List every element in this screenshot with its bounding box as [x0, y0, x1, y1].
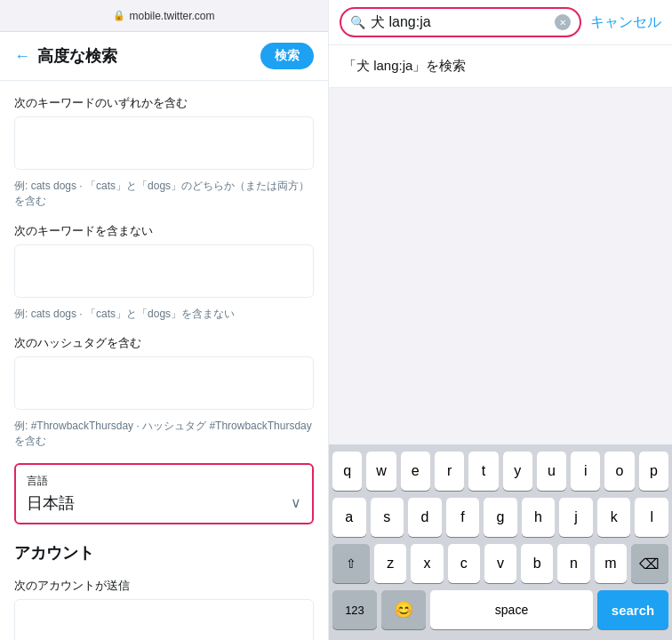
right-panel: 🔍 ✕ キャンセル 「犬 lang:ja」を検索 q w e r t y u i…: [329, 0, 672, 640]
space-key[interactable]: space: [430, 590, 593, 629]
hashtag-label: 次のハッシュタグを含む: [14, 335, 314, 351]
page-title: 高度な検索: [37, 45, 117, 67]
lock-icon: 🔒: [113, 10, 125, 21]
chevron-down-icon: ∨: [291, 494, 301, 511]
search-icon: 🔍: [350, 15, 365, 29]
account-from-input[interactable]: [14, 599, 314, 640]
url-text: mobile.twitter.com: [129, 10, 214, 22]
key-k[interactable]: k: [597, 498, 631, 537]
key-e[interactable]: e: [401, 452, 430, 491]
key-c[interactable]: c: [448, 544, 480, 583]
delete-key[interactable]: ⌫: [631, 544, 668, 583]
shift-key[interactable]: ⇧: [332, 544, 370, 583]
search-input[interactable]: [371, 14, 549, 30]
keyword-any-label: 次のキーワードのいずれかを含む: [14, 95, 314, 111]
language-select-row: 日本語 ∨: [27, 492, 301, 514]
header-left: ← 高度な検索: [14, 45, 117, 67]
key-r[interactable]: r: [435, 452, 464, 491]
key-p[interactable]: p: [639, 452, 668, 491]
key-t[interactable]: t: [468, 452, 498, 491]
keyword-any-input[interactable]: [14, 116, 314, 170]
search-submit-button[interactable]: 検索: [260, 43, 314, 69]
search-input-box[interactable]: 🔍 ✕: [340, 7, 581, 37]
keyboard-row-3: ⇧ z x c v b n m ⌫: [332, 544, 668, 583]
keyword-any-section: 次のキーワードのいずれかを含む 例: cats dogs · 「cats」と「d…: [14, 95, 314, 209]
numbers-key[interactable]: 123: [332, 590, 377, 629]
key-b[interactable]: b: [521, 544, 553, 583]
keyboard-area: q w e r t y u i o p a s d f g h j k l ⇧ …: [329, 444, 672, 640]
key-l[interactable]: l: [635, 498, 668, 537]
keyboard-row-4: 123 😊 space search: [332, 590, 668, 629]
language-label: 言語: [27, 474, 301, 489]
key-z[interactable]: z: [374, 544, 406, 583]
search-bar-area: 🔍 ✕ キャンセル: [329, 0, 672, 45]
hashtag-input[interactable]: [14, 356, 314, 410]
key-y[interactable]: y: [503, 452, 532, 491]
page-header: ← 高度な検索 検索: [0, 32, 328, 81]
language-value: 日本語: [27, 492, 75, 514]
key-u[interactable]: u: [537, 452, 566, 491]
cancel-button[interactable]: キャンセル: [590, 13, 661, 32]
keyword-any-hint: 例: cats dogs · 「cats」と「dogs」のどちらか（または両方）…: [14, 179, 314, 209]
content-area: 次のキーワードのいずれかを含む 例: cats dogs · 「cats」と「d…: [0, 81, 328, 640]
right-content: [329, 88, 672, 444]
clear-button[interactable]: ✕: [555, 14, 571, 30]
key-q[interactable]: q: [332, 452, 362, 491]
search-key[interactable]: search: [597, 590, 668, 629]
keyword-exclude-hint: 例: cats dogs · 「cats」と「dogs」を含まない: [14, 307, 314, 322]
key-o[interactable]: o: [604, 452, 634, 491]
hashtag-hint: 例: #ThrowbackThursday · ハッシュタグ #Throwbac…: [14, 419, 314, 449]
key-w[interactable]: w: [366, 452, 396, 491]
key-i[interactable]: i: [571, 452, 600, 491]
key-x[interactable]: x: [411, 544, 443, 583]
language-section[interactable]: 言語 日本語 ∨: [14, 463, 314, 524]
key-n[interactable]: n: [557, 544, 589, 583]
back-button[interactable]: ←: [14, 47, 30, 66]
key-v[interactable]: v: [484, 544, 516, 583]
key-d[interactable]: d: [408, 498, 442, 537]
keyboard-row-2: a s d f g h j k l: [332, 498, 668, 537]
key-j[interactable]: j: [559, 498, 593, 537]
key-f[interactable]: f: [446, 498, 480, 537]
key-a[interactable]: a: [332, 498, 366, 537]
keyword-exclude-label: 次のキーワードを含まない: [14, 223, 314, 239]
key-m[interactable]: m: [595, 544, 627, 583]
account-from-label: 次のアカウントが送信: [14, 578, 314, 594]
keyword-exclude-section: 次のキーワードを含まない 例: cats dogs · 「cats」と「dogs…: [14, 223, 314, 322]
emoji-key[interactable]: 😊: [381, 590, 426, 629]
keyword-exclude-input[interactable]: [14, 244, 314, 298]
search-suggestion[interactable]: 「犬 lang:ja」を検索: [329, 45, 672, 88]
account-section-title: アカウント: [14, 542, 314, 564]
browser-url: 🔒 mobile.twitter.com: [113, 10, 214, 22]
account-from-section: 次のアカウントが送信 例: @Twitter · @Twitterが送信: [14, 578, 314, 640]
browser-bar: 🔒 mobile.twitter.com: [0, 0, 328, 32]
left-panel: 🔒 mobile.twitter.com ← 高度な検索 検索 次のキーワードの…: [0, 0, 329, 640]
hashtag-section: 次のハッシュタグを含む 例: #ThrowbackThursday · ハッシュ…: [14, 335, 314, 449]
keyboard-row-1: q w e r t y u i o p: [332, 452, 668, 491]
key-g[interactable]: g: [484, 498, 517, 537]
key-s[interactable]: s: [371, 498, 404, 537]
key-h[interactable]: h: [522, 498, 556, 537]
